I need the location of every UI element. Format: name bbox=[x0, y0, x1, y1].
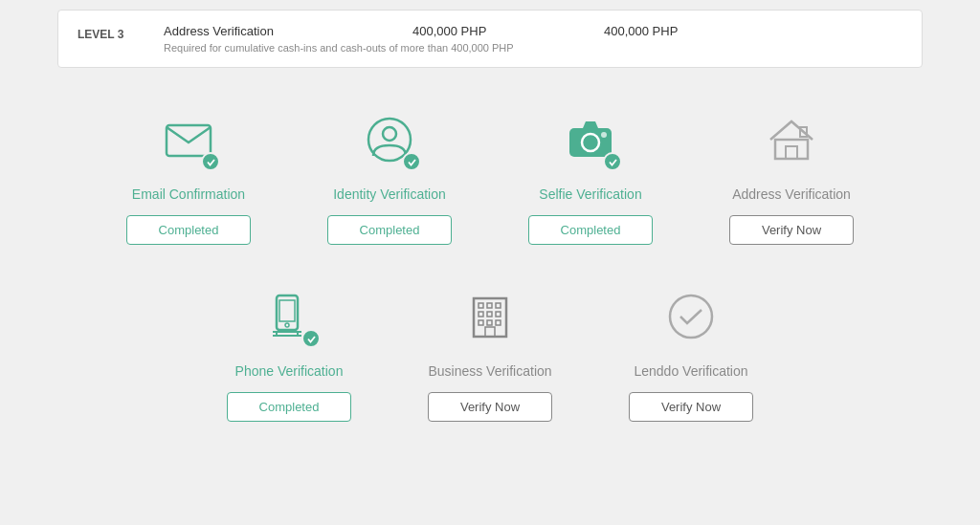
address-title: Address Verification bbox=[732, 186, 851, 202]
identity-icon-area bbox=[356, 106, 423, 173]
verif-item-address: Address Verification Verify Now bbox=[691, 97, 892, 254]
selfie-title: Selfie Verification bbox=[539, 186, 641, 202]
lenddo-verify-btn[interactable]: Verify Now bbox=[629, 392, 753, 422]
business-title: Business Verification bbox=[428, 363, 551, 379]
address-icon bbox=[766, 114, 817, 165]
business-icon bbox=[464, 291, 516, 342]
level-details: Address Verification 400,000 PHP 400,000… bbox=[164, 24, 902, 54]
svg-rect-7 bbox=[786, 146, 797, 159]
address-verify-btn[interactable]: Verify Now bbox=[729, 215, 854, 245]
svg-rect-23 bbox=[479, 320, 483, 325]
top-verification-row: Email Confirmation Completed Identity Ve… bbox=[57, 97, 923, 254]
verif-item-email: Email Confirmation Completed bbox=[88, 97, 289, 254]
svg-rect-0 bbox=[167, 125, 211, 156]
lenddo-icon bbox=[665, 291, 717, 342]
phone-icon-area bbox=[256, 283, 323, 350]
business-verify-btn[interactable]: Verify Now bbox=[428, 392, 552, 422]
main-container: LEVEL 3 Address Verification 400,000 PHP… bbox=[0, 0, 980, 450]
svg-rect-26 bbox=[485, 327, 495, 337]
svg-point-27 bbox=[670, 295, 712, 338]
cash-out-limit: 400,000 PHP bbox=[604, 24, 678, 38]
email-check-badge bbox=[201, 152, 220, 171]
phone-completed-btn: Completed bbox=[227, 392, 351, 422]
email-completed-btn: Completed bbox=[126, 215, 251, 245]
verif-item-lenddo: Lenddo Verification Verify Now bbox=[590, 273, 791, 431]
svg-rect-25 bbox=[496, 320, 501, 325]
phone-check-badge bbox=[301, 329, 321, 348]
svg-rect-21 bbox=[487, 312, 492, 317]
level-label: LEVEL 3 bbox=[78, 24, 135, 41]
svg-rect-24 bbox=[487, 320, 492, 325]
identity-completed-btn: Completed bbox=[327, 215, 452, 245]
verif-item-phone: Phone Verification Completed bbox=[189, 273, 390, 431]
svg-rect-18 bbox=[487, 303, 492, 308]
selfie-icon-area bbox=[557, 106, 624, 173]
identity-check-badge bbox=[402, 152, 421, 171]
svg-rect-17 bbox=[479, 303, 483, 308]
business-icon-area bbox=[457, 283, 523, 350]
svg-point-2 bbox=[383, 127, 396, 141]
phone-title: Phone Verification bbox=[235, 363, 344, 379]
verif-item-business: Business Verification Verify Now bbox=[390, 273, 590, 431]
email-icon-area bbox=[155, 106, 222, 173]
lenddo-icon-area bbox=[657, 283, 724, 350]
lenddo-title: Lenddo Verification bbox=[634, 363, 747, 379]
svg-point-11 bbox=[285, 323, 289, 327]
verif-item-identity: Identity Verification Completed bbox=[289, 97, 490, 254]
address-icon-area bbox=[758, 106, 825, 173]
svg-point-5 bbox=[601, 132, 607, 138]
svg-rect-20 bbox=[479, 312, 483, 317]
bottom-verification-row: Phone Verification Completed bbox=[57, 273, 923, 431]
cash-in-limit: 400,000 PHP bbox=[412, 24, 527, 38]
svg-rect-10 bbox=[279, 300, 295, 321]
verif-item-selfie: Selfie Verification Completed bbox=[490, 97, 691, 254]
svg-rect-6 bbox=[775, 140, 808, 159]
verification-type: Address Verification bbox=[164, 24, 336, 38]
email-title: Email Confirmation bbox=[132, 186, 245, 202]
identity-title: Identity Verification bbox=[333, 186, 446, 202]
selfie-completed-btn: Completed bbox=[528, 215, 653, 245]
level-note: Required for cumulative cash-ins and cas… bbox=[164, 42, 902, 54]
selfie-check-badge bbox=[603, 152, 622, 171]
svg-rect-22 bbox=[496, 312, 501, 317]
level-card: LEVEL 3 Address Verification 400,000 PHP… bbox=[57, 10, 923, 68]
svg-rect-19 bbox=[496, 303, 501, 308]
